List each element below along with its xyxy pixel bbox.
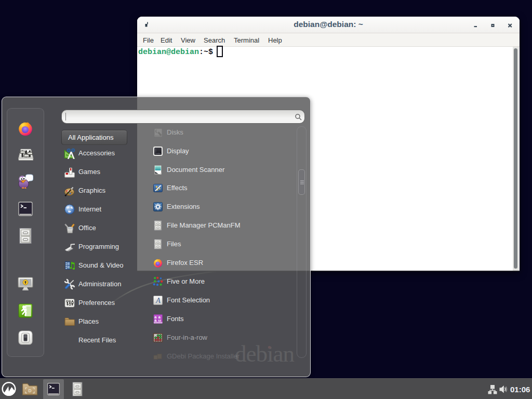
svg-text:D: D xyxy=(28,388,31,393)
svg-text:A: A xyxy=(155,297,161,304)
svg-text:ω: ω xyxy=(158,318,162,323)
